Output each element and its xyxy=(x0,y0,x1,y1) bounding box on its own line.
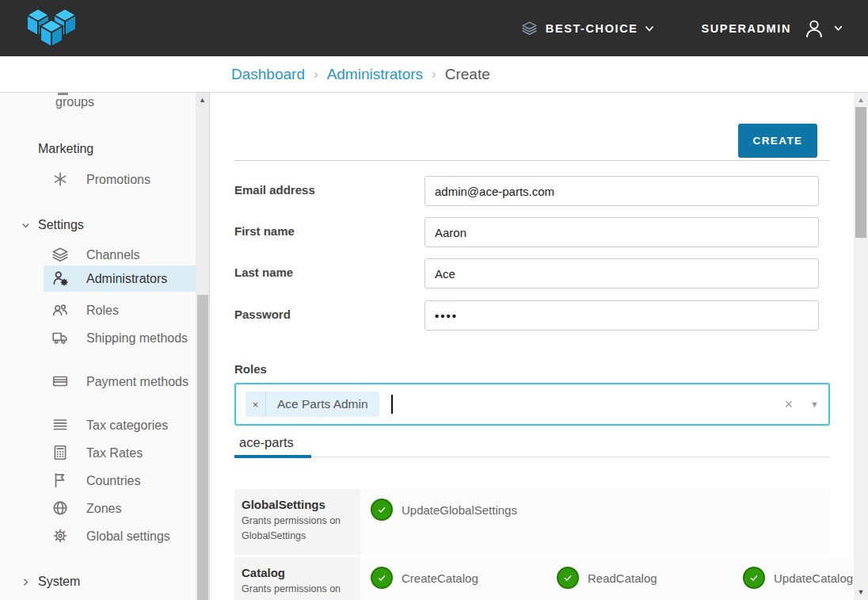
permission-group-title: Catalog xyxy=(242,566,351,579)
list-item: UpdateGlobalSettings xyxy=(371,499,557,521)
vendure-logo[interactable] xyxy=(21,6,82,52)
sidebar-item-global-settings[interactable]: Global settings xyxy=(44,523,189,549)
chevron-right-icon xyxy=(21,576,31,590)
scroll-down-icon[interactable]: ▼ xyxy=(854,588,868,596)
asterisk-icon xyxy=(51,170,69,188)
sidebar-item-zones[interactable]: Zones xyxy=(44,495,189,522)
sidebar-item-label: Shipping methods xyxy=(86,331,188,345)
permission-label: UpdateGlobalSettings xyxy=(402,503,517,517)
email-field[interactable] xyxy=(424,176,819,206)
sidebar-item-countries[interactable]: Countries xyxy=(44,468,189,494)
dropdown-arrow-icon[interactable]: ▼ xyxy=(810,399,819,409)
flag-icon xyxy=(51,472,69,489)
sidebar-item-label: Countries xyxy=(86,474,140,487)
permission-label: CreateCatalog xyxy=(402,571,478,585)
users-icon xyxy=(51,301,69,319)
permission-group-cell: GlobalSettings Grants permissions on Glo… xyxy=(234,489,360,555)
scroll-up-icon[interactable]: ▲ xyxy=(196,96,209,104)
sidebar-item-label: Global settings xyxy=(86,529,170,543)
breadcrumb-current: Create xyxy=(445,66,490,83)
permissions-table: GlobalSettings Grants permissions on Glo… xyxy=(234,489,830,600)
permission-group-cell: Catalog Grants permissions on Products, … xyxy=(234,557,360,600)
chevron-down-icon xyxy=(643,22,656,35)
breadcrumb: Dashboard › Administrators › Create xyxy=(0,56,868,93)
permission-toggles-cell: UpdateGlobalSettings xyxy=(360,489,830,555)
scroll-up-icon[interactable]: ▲ xyxy=(854,96,868,104)
sidebar-item-channels[interactable]: Channels xyxy=(44,242,189,268)
tab-track xyxy=(234,457,830,457)
list-item: CreateCatalog xyxy=(371,567,557,589)
sidebar-item-administrators[interactable]: Administrators xyxy=(44,266,196,292)
sidebar-item-label: Promotions xyxy=(86,173,150,186)
layers-icon xyxy=(51,246,69,263)
first-name-label: First name xyxy=(234,224,295,238)
active-tab-indicator xyxy=(234,455,311,458)
permission-label: UpdateCatalog xyxy=(774,571,853,585)
channel-label: BEST-CHOICE xyxy=(546,22,638,35)
sidebar-item-label: Channels xyxy=(86,248,140,262)
tab-ace-parts[interactable]: ace-parts xyxy=(239,435,294,450)
last-name-field[interactable] xyxy=(424,258,819,289)
sidebar-item-label: Administrators xyxy=(86,272,167,285)
list-icon xyxy=(51,416,69,434)
channel-switcher[interactable]: BEST-CHOICE xyxy=(521,20,656,36)
email-label: Email address xyxy=(234,183,315,197)
chip-remove-icon[interactable]: × xyxy=(246,392,266,417)
roles-label: Roles xyxy=(234,362,267,376)
main-scrollbar-thumb[interactable] xyxy=(855,107,866,238)
password-field[interactable] xyxy=(424,300,819,331)
table-row: Catalog Grants permissions on Products, … xyxy=(234,557,830,600)
toggle-on-icon[interactable] xyxy=(371,499,393,521)
toggle-on-icon[interactable] xyxy=(743,567,765,589)
permission-group-description: Grants permissions on Products, Facets xyxy=(242,582,351,600)
toggle-on-icon[interactable] xyxy=(371,567,393,589)
user-menu[interactable]: SUPERADMIN xyxy=(702,17,844,40)
sidebar-scrollbar-thumb[interactable] xyxy=(197,295,208,600)
password-label: Password xyxy=(234,308,291,321)
chevron-down-icon xyxy=(832,22,844,34)
clear-all-icon[interactable]: × xyxy=(785,396,794,413)
sidebar-item-label: Tax categories xyxy=(86,418,168,432)
first-name-field[interactable] xyxy=(424,217,819,247)
breadcrumb-administrators[interactable]: Administrators xyxy=(327,66,423,83)
sidebar-item-label: Zones xyxy=(86,502,121,515)
globe-icon xyxy=(51,499,69,517)
permission-toggles-cell: CreateCatalog ReadCatalog UpdateCatalog xyxy=(360,557,854,600)
sidebar-item-promotions[interactable]: Promotions xyxy=(44,166,189,193)
create-button[interactable]: CREATE xyxy=(738,124,817,158)
credit-card-icon xyxy=(51,373,69,390)
form-row-first-name: First name xyxy=(234,217,830,247)
last-name-label: Last name xyxy=(234,266,293,279)
main-scrollbar[interactable]: ▲ ▼ xyxy=(854,93,868,600)
sidebar-item-label: Payment methods xyxy=(86,375,188,388)
top-bar: BEST-CHOICE SUPERADMIN xyxy=(0,0,868,56)
sidebar-item-shipping-methods[interactable]: Shipping methods xyxy=(44,325,189,351)
form-row-last-name: Last name xyxy=(234,258,830,289)
list-item: UpdateCatalog xyxy=(743,567,854,589)
calculator-icon xyxy=(51,444,69,461)
sidebar-item-tax-rates[interactable]: Tax Rates xyxy=(44,440,189,466)
sidebar-item-label: Roles xyxy=(86,304,119,317)
page-body: groups Marketing Promotions Settings Cha… xyxy=(0,93,868,600)
sidebar-item-tax-categories[interactable]: Tax categories xyxy=(44,412,189,438)
toggle-on-icon[interactable] xyxy=(557,567,579,589)
admin-user-gear-icon xyxy=(51,269,69,287)
permission-group-title: GlobalSettings xyxy=(242,498,351,511)
breadcrumb-dashboard[interactable]: Dashboard xyxy=(231,66,305,83)
chip-label: Ace Parts Admin xyxy=(266,392,379,417)
user-icon xyxy=(802,17,826,40)
layers-icon xyxy=(521,20,538,36)
roles-multiselect[interactable]: × Ace Parts Admin × ▼ xyxy=(234,383,830,426)
sidebar-item-roles[interactable]: Roles xyxy=(44,297,189,323)
sidebar-section-settings[interactable]: Settings xyxy=(38,218,84,232)
sidebar-nav: groups Marketing Promotions Settings Cha… xyxy=(0,93,196,600)
chevron-down-icon xyxy=(21,220,31,234)
sidebar-section-system[interactable]: System xyxy=(38,575,80,589)
main-content: CREATE Email address First name Last nam… xyxy=(210,93,854,600)
sidebar-item-customer-groups[interactable]: groups xyxy=(55,95,94,109)
table-row: GlobalSettings Grants permissions on Glo… xyxy=(234,489,830,555)
breadcrumb-separator-icon: › xyxy=(432,67,436,82)
sidebar-item-payment-methods[interactable]: Payment methods xyxy=(44,369,189,395)
sidebar-section-marketing[interactable]: Marketing xyxy=(38,142,93,156)
sidebar-scrollbar[interactable]: ▲ xyxy=(196,93,210,600)
